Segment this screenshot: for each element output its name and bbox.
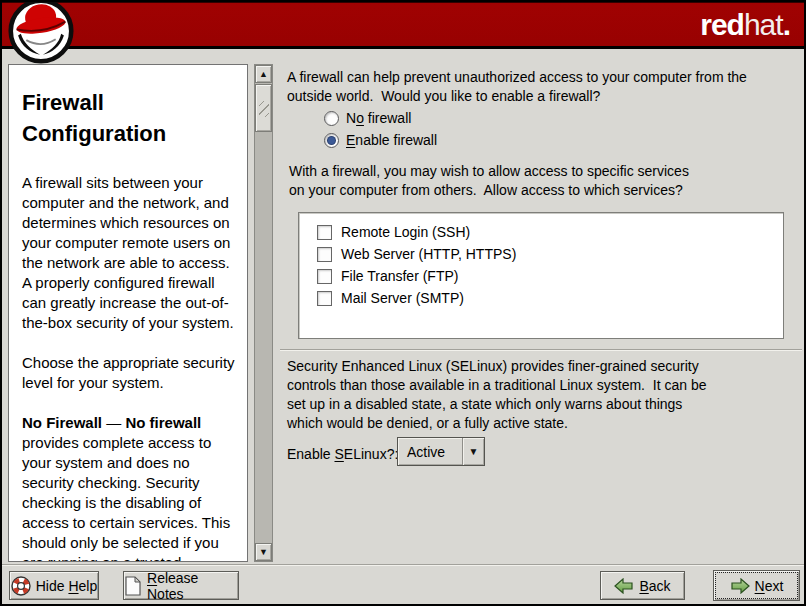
redhat-shadowman-logo-icon: [6, 0, 76, 64]
label-mnemonic: o: [356, 110, 364, 126]
checkbox-ftp-icon[interactable]: [317, 269, 332, 284]
selinux-description: Security Enhanced Linux (SELinux) provid…: [287, 357, 706, 433]
scrollbar-up-arrow-icon[interactable]: ▲: [255, 65, 272, 83]
back-label: Back: [639, 578, 670, 594]
help-p3-dash: —: [102, 414, 125, 431]
selinux-dropdown[interactable]: Active ▼: [397, 437, 485, 466]
label-mnemonic: H: [68, 578, 78, 594]
radio-enable-firewall-circle-icon[interactable]: [324, 133, 339, 148]
checkbox-smtp-icon[interactable]: [317, 291, 332, 306]
service-row-ssh[interactable]: Remote Login (SSH): [317, 221, 783, 243]
radio-enable-firewall-label: Enable firewall: [346, 132, 437, 148]
wordmark-period: .: [783, 8, 790, 41]
help-paragraph-3: No Firewall — No firewall provides compl…: [22, 413, 236, 562]
wordmark-bold: red: [700, 8, 744, 41]
help-p3-rest: provides complete access to your system …: [22, 434, 230, 562]
service-label: File Transfer (FTP): [341, 268, 458, 284]
label-mnemonic: S: [334, 446, 343, 462]
help-p3-bold2: No firewall: [125, 414, 201, 431]
label-mnemonic: E: [346, 132, 355, 148]
service-row-ftp[interactable]: File Transfer (FTP): [317, 265, 783, 287]
help-scrollbar[interactable]: ▲ ▼: [254, 64, 273, 562]
label-post: ext: [765, 578, 784, 594]
help-panel: Firewall Configuration A firewall sits b…: [8, 64, 270, 562]
label-mnemonic: N: [755, 578, 765, 594]
label-pre: N: [346, 110, 356, 126]
document-icon: [124, 576, 142, 596]
radio-no-firewall[interactable]: No firewall: [324, 108, 411, 128]
label-post: ack: [649, 578, 671, 594]
label-post: elp: [79, 578, 98, 594]
next-label: Next: [755, 578, 784, 594]
help-title: Firewall Configuration: [22, 87, 236, 149]
help-paragraph-1: A firewall sits between your computer an…: [22, 173, 236, 333]
header-banner: [2, 2, 804, 49]
checkbox-web-icon[interactable]: [317, 247, 332, 262]
release-notes-label: Release Notes: [147, 570, 238, 602]
next-button[interactable]: Next: [713, 570, 800, 601]
hide-help-label: Hide Help: [36, 578, 98, 594]
service-label: Remote Login (SSH): [341, 224, 470, 240]
label-post: nable firewall: [355, 132, 437, 148]
checkbox-ssh-icon[interactable]: [317, 225, 332, 240]
services-list: Remote Login (SSH) Web Server (HTTP, HTT…: [298, 212, 784, 339]
redhat-wordmark: redhat.: [700, 8, 790, 42]
help-paragraph-2: Choose the appropriate security level fo…: [22, 353, 236, 393]
radio-no-firewall-circle-icon[interactable]: [324, 111, 339, 126]
help-text-viewport: Firewall Configuration A firewall sits b…: [8, 64, 248, 562]
chevron-down-icon[interactable]: ▼: [462, 438, 484, 465]
label-mnemonic: B: [639, 578, 648, 594]
arrow-right-icon: [730, 578, 750, 594]
service-label: Mail Server (SMTP): [341, 290, 464, 306]
footer-separator: [2, 564, 804, 566]
lifebuoy-help-icon: [11, 576, 31, 596]
back-button[interactable]: Back: [600, 571, 685, 600]
scrollbar-thumb[interactable]: [255, 84, 272, 132]
radio-enable-firewall[interactable]: Enable firewall: [324, 130, 437, 150]
arrow-left-icon: [614, 578, 634, 594]
selinux-dropdown-value: Active: [398, 444, 462, 460]
scrollbar-down-arrow-icon[interactable]: ▼: [255, 543, 272, 561]
label-pre: Enable: [287, 446, 334, 462]
selinux-label: Enable SELinux?:: [287, 445, 398, 464]
firewall-intro-text: A firewall can help prevent unauthorized…: [287, 68, 747, 106]
services-intro-text: With a firewall, you may wish to allow a…: [289, 162, 689, 200]
service-row-web[interactable]: Web Server (HTTP, HTTPS): [317, 243, 783, 265]
section-separator: [280, 349, 802, 351]
label-post: firewall: [364, 110, 411, 126]
service-label: Web Server (HTTP, HTTPS): [341, 246, 516, 262]
help-p3-lead-bold: No Firewall: [22, 414, 102, 431]
label-mnemonic: R: [147, 570, 157, 586]
release-notes-button[interactable]: Release Notes: [123, 571, 239, 600]
scrollbar-grip: [259, 101, 269, 117]
wordmark-light: hat: [744, 8, 783, 41]
service-row-smtp[interactable]: Mail Server (SMTP): [317, 287, 783, 309]
label-pre: Hide: [36, 578, 69, 594]
hide-help-button[interactable]: Hide Help: [9, 571, 99, 600]
label-post: ELinux?:: [344, 446, 398, 462]
radio-no-firewall-label: No firewall: [346, 110, 411, 126]
installer-window: redhat. Firewall Configuration A firewal…: [0, 0, 806, 606]
